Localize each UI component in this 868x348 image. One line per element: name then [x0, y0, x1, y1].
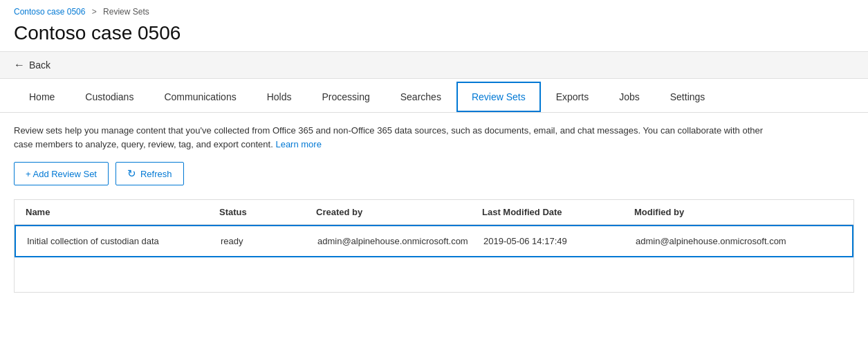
refresh-label: Refresh: [140, 169, 172, 179]
review-sets-table: Name Status Created by Last Modified Dat…: [14, 199, 854, 293]
col-header-modified-by: Modified by: [634, 207, 842, 217]
table-row[interactable]: Initial collection of custodian data rea…: [15, 225, 853, 257]
tab-processing[interactable]: Processing: [306, 82, 385, 112]
add-review-set-button[interactable]: + Add Review Set: [14, 162, 109, 185]
nav-tabs: HomeCustodiansCommunicationsHoldsProcess…: [0, 82, 868, 113]
refresh-button[interactable]: ↻ Refresh: [116, 162, 184, 185]
back-button-label: Back: [29, 59, 50, 71]
breadcrumb: Contoso case 0506 > Review Sets: [0, 0, 868, 19]
col-header-last-modified: Last Modified Date: [482, 207, 634, 217]
tab-home[interactable]: Home: [14, 82, 70, 112]
col-header-created-by: Created by: [316, 207, 482, 217]
cell-modified-by: admin@alpinehouse.onmicrosoft.com: [636, 236, 841, 246]
breadcrumb-case-link[interactable]: Contoso case 0506: [14, 7, 85, 17]
back-button[interactable]: ← Back: [14, 59, 50, 71]
col-header-name: Name: [26, 207, 219, 217]
content-area: Review sets help you manage content that…: [0, 113, 868, 304]
learn-more-link[interactable]: Learn more: [275, 139, 321, 149]
description-text: Review sets help you manage content that…: [14, 124, 775, 151]
table-header: Name Status Created by Last Modified Dat…: [15, 200, 853, 225]
tab-review-sets[interactable]: Review Sets: [456, 82, 541, 112]
tab-jobs[interactable]: Jobs: [604, 82, 655, 112]
page-title: Contoso case 0506: [0, 19, 868, 51]
table-empty-row: [15, 257, 853, 292]
breadcrumb-current: Review Sets: [103, 7, 149, 17]
cell-created-by: admin@alpinehouse.onmicrosoft.com: [317, 236, 483, 246]
tab-settings[interactable]: Settings: [655, 82, 721, 112]
breadcrumb-separator: >: [92, 7, 97, 17]
tab-exports[interactable]: Exports: [541, 82, 604, 112]
refresh-icon: ↻: [127, 167, 136, 180]
tab-custodians[interactable]: Custodians: [70, 82, 149, 112]
description-content: Review sets help you manage content that…: [14, 125, 763, 149]
back-arrow-icon: ←: [14, 59, 25, 71]
tab-searches[interactable]: Searches: [385, 82, 456, 112]
tab-communications[interactable]: Communications: [149, 82, 251, 112]
cell-name: Initial collection of custodian data: [27, 236, 221, 246]
cell-status: ready: [221, 236, 317, 246]
cell-last-modified: 2019-05-06 14:17:49: [483, 236, 636, 246]
col-header-status: Status: [219, 207, 316, 217]
toolbar: + Add Review Set ↻ Refresh: [14, 162, 854, 185]
tab-holds[interactable]: Holds: [252, 82, 307, 112]
back-bar: ← Back: [0, 51, 868, 79]
